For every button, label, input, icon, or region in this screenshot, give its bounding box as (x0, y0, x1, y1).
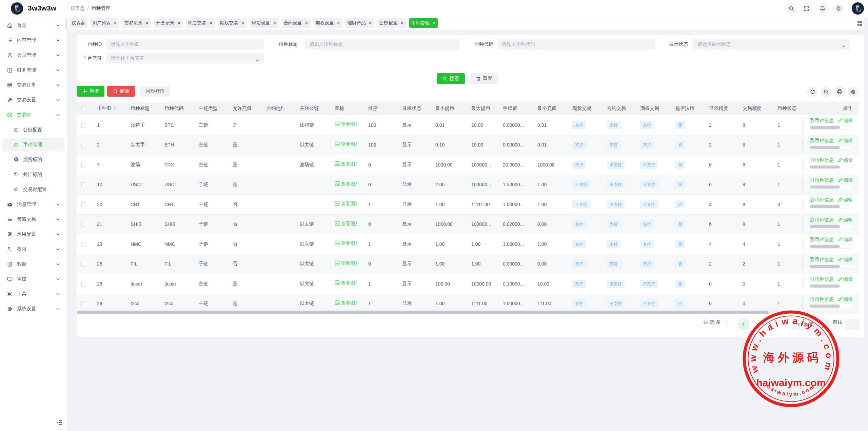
svg-text:海外源码: 海外源码 (763, 351, 822, 364)
